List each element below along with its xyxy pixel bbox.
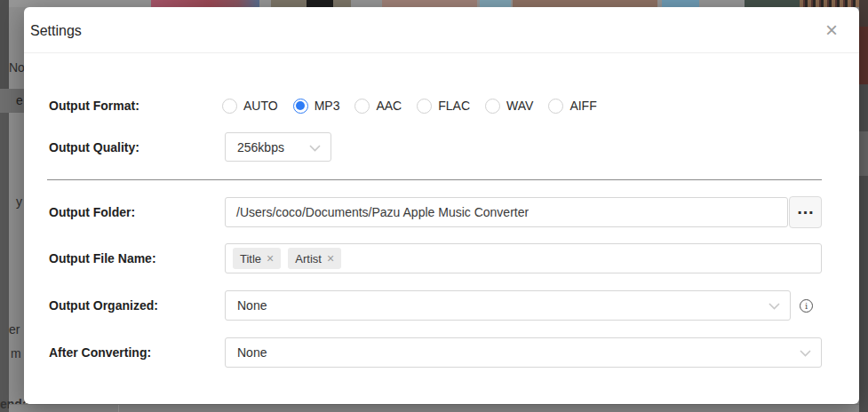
file-name-tag-title[interactable]: Title ×	[233, 248, 281, 269]
background-bottom-strip	[9, 404, 859, 412]
output-file-name-input[interactable]: Title × Artist ×	[225, 243, 822, 273]
file-name-tag-artist[interactable]: Artist ×	[288, 248, 341, 269]
background-left-rail-top	[0, 0, 9, 93]
after-converting-value: None	[226, 345, 267, 360]
background-scrollbar-thumb	[859, 131, 868, 176]
dialog-title: Settings	[30, 23, 82, 39]
radio-circle-icon[interactable]	[354, 99, 370, 114]
output-organized-label: Output Organized:	[49, 298, 225, 313]
radio-circle-icon[interactable]	[548, 99, 563, 114]
remove-tag-icon[interactable]: ×	[267, 252, 274, 265]
background-text-fragment: e	[16, 93, 23, 107]
output-quality-row: Output Quality: 256kbps	[49, 132, 822, 162]
chevron-down-icon	[800, 345, 811, 360]
output-quality-value: 256kbps	[226, 140, 284, 154]
output-format-label: Output Format:	[49, 99, 225, 113]
output-folder-input[interactable]: /Users/coco/Documents/Pazu Apple Music C…	[225, 197, 788, 227]
radio-circle-icon[interactable]	[485, 99, 500, 114]
radio-option-aac[interactable]: AAC	[354, 99, 402, 114]
output-folder-path: /Users/coco/Documents/Pazu Apple Music C…	[226, 205, 529, 219]
close-icon[interactable]: ×	[820, 17, 843, 44]
background-text-fragment: y	[16, 194, 22, 209]
output-format-row: Output Format: AUTO MP3 AAC FLAC	[49, 91, 822, 121]
chevron-down-icon	[309, 139, 321, 155]
remove-tag-icon[interactable]: ×	[327, 252, 334, 265]
radio-option-flac[interactable]: FLAC	[417, 99, 470, 114]
output-organized-row: Output Organized: None i	[49, 290, 822, 321]
output-folder-label: Output Folder:	[49, 205, 225, 219]
ellipsis-icon: …	[797, 199, 815, 217]
background-right-art	[859, 27, 868, 84]
section-divider	[47, 179, 822, 180]
after-converting-label: After Converting:	[49, 345, 225, 360]
album-art-thumbnail	[382, 0, 477, 7]
output-file-name-label: Output File Name:	[49, 251, 225, 265]
info-icon[interactable]: i	[800, 299, 813, 313]
album-art-thumbnail	[662, 0, 699, 7]
output-file-name-row: Output File Name: Title × Artist ×	[49, 243, 822, 273]
album-art-thumbnail	[513, 0, 657, 7]
browse-folder-button[interactable]: …	[789, 196, 822, 228]
radio-option-auto[interactable]: AUTO	[222, 99, 278, 114]
dialog-header: Settings ×	[24, 7, 859, 53]
output-organized-select[interactable]: None	[225, 290, 791, 321]
album-art-thumbnail	[480, 0, 511, 7]
background-text-fragment: er	[9, 322, 20, 337]
background-album-strip	[0, 0, 868, 7]
output-quality-select[interactable]: 256kbps	[225, 132, 331, 162]
app-screen: No e y er m enda Settings × Output Forma…	[0, 0, 868, 412]
output-quality-label: Output Quality:	[49, 140, 225, 154]
radio-circle-icon[interactable]	[222, 99, 237, 114]
radio-option-wav[interactable]: WAV	[485, 99, 533, 114]
radio-option-mp3[interactable]: MP3	[293, 99, 340, 114]
after-converting-select[interactable]: None	[225, 337, 822, 368]
album-art-thumbnail	[745, 0, 800, 7]
radio-circle-icon[interactable]	[293, 99, 308, 114]
background-column-divider	[118, 405, 119, 412]
background-right-art	[859, 0, 868, 27]
output-organized-value: None	[226, 298, 267, 313]
chevron-down-icon	[768, 297, 780, 313]
album-art-thumbnail	[151, 0, 259, 7]
settings-dialog: Settings × Output Format: AUTO MP3 AAC	[24, 7, 859, 404]
background-text-fragment: m	[11, 346, 21, 360]
output-folder-row: Output Folder: /Users/coco/Documents/Paz…	[49, 196, 822, 228]
output-format-radio-group: AUTO MP3 AAC FLAC WAV	[222, 99, 597, 114]
album-art-thumbnail	[800, 0, 862, 7]
radio-option-aiff[interactable]: AIFF	[548, 99, 596, 114]
radio-circle-icon[interactable]	[417, 99, 432, 114]
background-left-rail	[0, 0, 9, 412]
background-text-fragment: No	[9, 60, 25, 75]
album-art-thumbnail	[307, 0, 333, 7]
after-converting-row: After Converting: None	[49, 337, 822, 368]
